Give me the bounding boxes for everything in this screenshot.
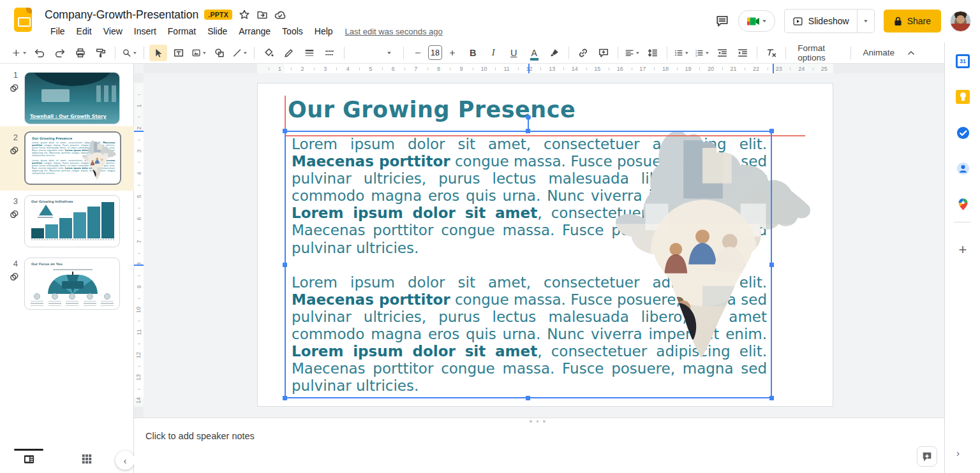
- insert-link-button[interactable]: [574, 45, 592, 61]
- slides-app-icon[interactable]: [14, 8, 32, 32]
- open-comments-icon[interactable]: [715, 14, 729, 28]
- bulleted-list-caret-icon[interactable]: [685, 50, 689, 55]
- menu-format[interactable]: Format: [162, 25, 202, 38]
- highlight-color-button[interactable]: [546, 45, 563, 61]
- notes-resize-handle[interactable]: [530, 420, 546, 423]
- border-weight-button[interactable]: [301, 45, 318, 61]
- collapse-toolbar-button[interactable]: [902, 45, 920, 61]
- new-slide-caret-icon[interactable]: [22, 50, 27, 55]
- ruler-tick: 5: [134, 185, 144, 208]
- decrease-font-size-button[interactable]: [409, 45, 427, 61]
- format-options-button[interactable]: Format options: [790, 43, 847, 62]
- border-dash-button[interactable]: [321, 45, 339, 61]
- numbered-list-button[interactable]: 123: [693, 45, 711, 61]
- paint-format-button[interactable]: [92, 45, 110, 61]
- slide-2-thumbnail[interactable]: Our Growing Presence Lorem ipsum dolor s…: [24, 131, 121, 185]
- menu-help[interactable]: Help: [309, 25, 339, 38]
- explore-button[interactable]: [917, 446, 937, 467]
- horizontal-ruler[interactable]: 1234567891011121314151617181920212223242…: [144, 64, 944, 73]
- resize-handle-nw[interactable]: [283, 129, 287, 133]
- undo-button[interactable]: [31, 45, 48, 61]
- menu-arrange[interactable]: Arrange: [233, 25, 276, 38]
- insert-shape-button[interactable]: [211, 45, 228, 61]
- text-color-button[interactable]: A: [525, 45, 543, 61]
- increase-indent-button[interactable]: [734, 45, 752, 61]
- select-tool-button[interactable]: [149, 45, 167, 61]
- move-folder-icon[interactable]: [256, 9, 268, 21]
- document-status-cloud-icon[interactable]: [274, 9, 286, 21]
- join-meet-button[interactable]: [738, 10, 775, 32]
- line-caret-icon[interactable]: [243, 50, 248, 55]
- slide-transition-icon: [9, 272, 20, 282]
- resize-handle-ne[interactable]: [769, 129, 774, 133]
- print-button[interactable]: [71, 45, 89, 61]
- align-button[interactable]: [623, 45, 641, 61]
- decrease-indent-button[interactable]: [713, 45, 731, 61]
- document-title[interactable]: Company-Growth-Presentation: [45, 8, 198, 22]
- zoom-caret-icon[interactable]: [133, 50, 137, 55]
- textbox-selection-outline[interactable]: [285, 131, 772, 398]
- border-color-button[interactable]: [280, 45, 298, 61]
- insert-image-button[interactable]: [190, 45, 208, 61]
- font-size-input[interactable]: 18: [428, 45, 442, 60]
- collapse-filmstrip-button[interactable]: ‹: [115, 451, 135, 470]
- share-button[interactable]: Share: [884, 10, 941, 33]
- slide-4-thumbnail[interactable]: Our Focus on You: [24, 258, 120, 310]
- menu-edit[interactable]: Edit: [71, 25, 98, 38]
- filmstrip-view-button[interactable]: [23, 453, 35, 465]
- resize-handle-e[interactable]: [769, 263, 774, 267]
- vertical-ruler[interactable]: 1234567891011121314: [134, 73, 144, 418]
- resize-handle-s[interactable]: [526, 396, 530, 400]
- user-avatar[interactable]: [950, 11, 971, 32]
- menu-slide[interactable]: Slide: [202, 25, 233, 38]
- bulleted-list-button[interactable]: [672, 45, 690, 61]
- slide-3-thumbnail[interactable]: Our Growing Initiatives: [24, 195, 120, 247]
- ruler-tick: 6: [134, 208, 144, 231]
- zoom-button[interactable]: [121, 45, 138, 61]
- menu-view[interactable]: View: [98, 25, 128, 38]
- google-tasks-icon[interactable]: [955, 125, 970, 140]
- speaker-notes-placeholder[interactable]: Click to add speaker notes: [145, 431, 255, 441]
- text-box-button[interactable]: [170, 45, 188, 61]
- menu-tools[interactable]: Tools: [276, 25, 309, 38]
- google-keep-icon[interactable]: [955, 89, 970, 105]
- resize-handle-se[interactable]: [769, 396, 774, 400]
- resize-handle-sw[interactable]: [283, 396, 287, 400]
- new-slide-button[interactable]: [10, 45, 28, 61]
- slideshow-button[interactable]: Slideshow: [785, 16, 857, 27]
- redo-button[interactable]: [51, 45, 69, 61]
- menu-file[interactable]: File: [45, 25, 71, 38]
- slide-1-thumbnail[interactable]: Townhall : Our Growth Story: [24, 72, 120, 124]
- thumbnail-bar-chart: [31, 201, 114, 240]
- image-caret-icon[interactable]: [202, 50, 207, 55]
- numbered-list-caret-icon[interactable]: [705, 50, 709, 55]
- get-add-ons-button[interactable]: +: [955, 242, 970, 258]
- expand-side-panel-button[interactable]: ›: [956, 448, 960, 458]
- resize-handle-n[interactable]: [526, 129, 530, 133]
- insert-line-button[interactable]: [231, 45, 249, 61]
- star-icon[interactable]: [238, 9, 250, 21]
- last-edit-link[interactable]: Last edit was seconds ago: [345, 27, 443, 36]
- fill-color-button[interactable]: [260, 45, 278, 61]
- speaker-notes-panel[interactable]: Click to add speaker notes: [134, 418, 944, 473]
- toolbar-separator: [144, 47, 144, 59]
- menu-insert[interactable]: Insert: [128, 25, 162, 38]
- animate-button[interactable]: Animate: [855, 48, 902, 57]
- font-family-dropdown[interactable]: [380, 45, 398, 61]
- grid-view-button[interactable]: [81, 453, 93, 465]
- google-calendar-icon[interactable]: 31: [955, 54, 970, 69]
- slideshow-dropdown[interactable]: [857, 10, 874, 33]
- clear-formatting-button[interactable]: [762, 45, 780, 61]
- line-spacing-button[interactable]: [644, 45, 662, 61]
- bold-button[interactable]: B: [464, 45, 482, 61]
- italic-button[interactable]: I: [484, 45, 502, 61]
- align-caret-icon[interactable]: [635, 50, 640, 55]
- rotate-handle[interactable]: [526, 115, 531, 120]
- increase-font-size-button[interactable]: [443, 45, 461, 61]
- add-comment-button[interactable]: [595, 45, 612, 61]
- google-contacts-icon[interactable]: [955, 161, 970, 176]
- underline-button[interactable]: U: [505, 45, 523, 61]
- slide-title-text[interactable]: Our Growing Presence: [288, 97, 575, 122]
- resize-handle-w[interactable]: [283, 263, 287, 267]
- google-maps-icon[interactable]: [955, 196, 970, 212]
